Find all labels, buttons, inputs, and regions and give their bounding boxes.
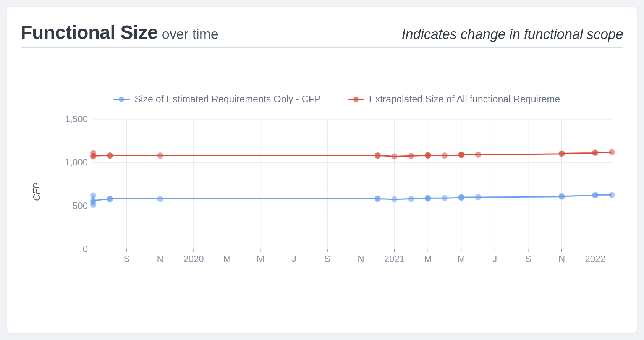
svg-point-58: [107, 196, 113, 202]
svg-text:S: S: [525, 254, 531, 264]
chart-legend: Size of Estimated Requirements Only - CF…: [59, 94, 616, 105]
svg-text:1,500: 1,500: [65, 114, 88, 124]
svg-text:S: S: [324, 254, 330, 264]
svg-text:2020: 2020: [183, 254, 204, 264]
legend-label: Size of Estimated Requirements Only - CF…: [134, 94, 321, 105]
svg-point-99: [609, 149, 615, 155]
svg-text:N: N: [558, 254, 565, 264]
plot-svg: 05001,0001,500SN2020MMJSN2021MMJSN2022: [59, 115, 616, 268]
legend-swatch-icon: [348, 99, 364, 100]
svg-point-75: [592, 192, 598, 198]
svg-point-73: [559, 193, 565, 199]
svg-text:J: J: [292, 254, 296, 264]
legend-swatch-icon: [113, 99, 130, 100]
plot-region: CFP 05001,0001,500SN2020MMJSN2021MMJSN20…: [59, 115, 616, 268]
svg-point-90: [442, 152, 448, 159]
svg-point-82: [157, 152, 163, 159]
svg-point-63: [408, 196, 414, 202]
svg-point-53: [90, 192, 96, 198]
chart-area: Size of Estimated Requirements Only - CF…: [59, 94, 616, 268]
svg-text:J: J: [492, 254, 497, 264]
y-axis-label: CFP: [31, 183, 42, 201]
svg-point-62: [392, 196, 398, 202]
chart-title-main: Functional Size: [21, 22, 158, 43]
svg-text:S: S: [124, 254, 130, 264]
svg-point-94: [475, 152, 481, 158]
legend-item-1[interactable]: Extrapolated Size of All functional Requ…: [348, 94, 561, 105]
chart-title-sub: over time: [162, 26, 218, 42]
svg-point-61: [375, 196, 381, 202]
svg-text:2022: 2022: [585, 254, 605, 264]
svg-point-96: [559, 151, 565, 157]
svg-text:M: M: [424, 254, 432, 264]
chart-card: Functional Size over time Indicates chan…: [7, 7, 637, 333]
svg-point-79: [90, 153, 96, 159]
svg-text:N: N: [157, 254, 163, 264]
svg-text:M: M: [223, 254, 231, 264]
svg-point-89: [425, 152, 431, 158]
legend-item-0[interactable]: Size of Estimated Requirements Only - CF…: [113, 94, 321, 105]
chart-header: Functional Size over time Indicates chan…: [21, 21, 623, 48]
chart-subtitle: Indicates change in functional scope: [402, 26, 623, 42]
legend-label: Extrapolated Size of All functional Requ…: [369, 94, 561, 105]
svg-text:0: 0: [83, 244, 88, 254]
chart-title-group: Functional Size over time: [21, 21, 218, 44]
svg-point-76: [609, 192, 615, 198]
svg-text:M: M: [257, 254, 264, 264]
svg-point-98: [592, 149, 598, 155]
svg-point-66: [425, 195, 431, 201]
svg-point-93: [458, 152, 464, 158]
svg-text:500: 500: [73, 201, 88, 211]
svg-point-59: [157, 196, 163, 202]
svg-point-81: [107, 152, 113, 159]
svg-text:2021: 2021: [384, 254, 405, 264]
svg-point-85: [392, 153, 398, 159]
svg-point-56: [90, 198, 96, 204]
svg-text:N: N: [358, 254, 364, 264]
svg-point-71: [475, 194, 481, 200]
svg-point-70: [458, 194, 464, 200]
svg-text:1,000: 1,000: [65, 157, 88, 167]
svg-text:M: M: [458, 254, 465, 264]
svg-point-67: [442, 195, 448, 201]
svg-point-86: [408, 153, 414, 159]
svg-point-84: [375, 152, 381, 159]
